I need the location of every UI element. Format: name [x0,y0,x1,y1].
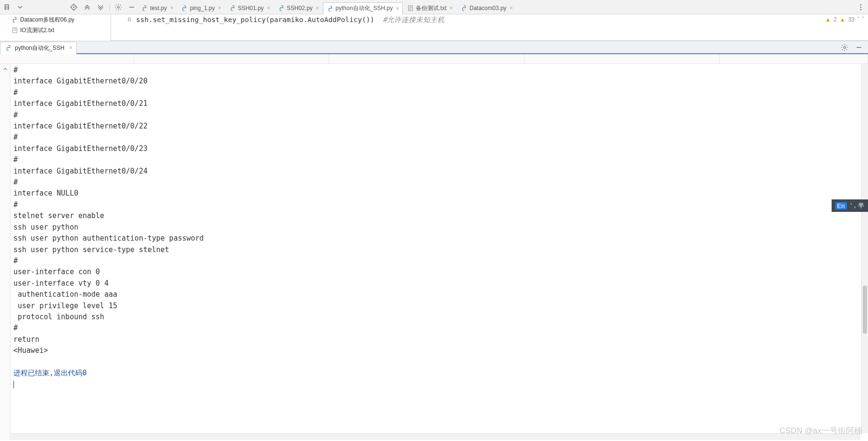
svg-point-12 [329,6,330,7]
project-file-label: Datacom多线程06.py [20,16,74,24]
gear-icon[interactable] [839,42,850,53]
target-icon[interactable] [69,2,79,12]
scrollbar-thumb[interactable] [863,286,867,334]
editor-tab-label: Datacom03.py [469,5,506,12]
editor-tab-label: python自动化_SSH.py [336,4,393,12]
editor-gutter: 6 [111,14,136,40]
close-icon[interactable]: × [69,45,72,51]
console-tab[interactable]: python自动化_SSH × [0,42,77,54]
project-file-label: IO流测试2.txt [20,26,54,35]
close-icon[interactable]: × [217,5,223,11]
more-icon[interactable] [856,2,866,12]
console-tab-label: python自动化_SSH [15,44,64,52]
text-file-icon [11,27,18,34]
python-file-icon [181,5,188,12]
inspections-widget[interactable]: ▲2 ▲33 ˆ ˇ [825,14,864,25]
close-icon[interactable]: × [169,5,174,11]
close-icon[interactable]: × [395,6,400,12]
svg-point-6 [117,6,119,8]
toolbar-right [856,2,868,12]
svg-point-21 [14,17,14,18]
editor-tab-label: SSH02.py [287,5,313,12]
editor-tab[interactable]: test.py× [137,2,177,14]
editor-tab-label: 备份测试.txt [416,4,446,12]
python-file-icon [229,5,236,12]
exit-message: 进程已结束,退出代码0 [13,369,87,377]
python-file-icon [141,5,148,12]
python-file-icon [11,16,18,23]
svg-point-10 [231,6,232,6]
toolbar-left: 目 | [0,2,137,12]
editor-tab[interactable]: ping_1.py× [177,2,225,14]
python-file-icon [461,5,468,12]
console-cells-row [0,54,868,64]
up-arrow-icon[interactable] [2,66,9,72]
code-line[interactable]: ssh.set_missing_host_key_policy(paramiko… [136,14,868,40]
text-file-icon [407,5,414,12]
warning-triangle-icon: ▲ [840,14,845,25]
warning-triangle-icon: ▲ [825,14,831,25]
python-file-icon [278,5,285,12]
horizontal-scrollbar[interactable] [11,433,860,440]
top-toolbar: 目 | test.py×ping_1.py×SSH01.py×SSH02.py×… [0,0,868,14]
close-icon[interactable]: × [448,5,454,11]
warn2-count: 33 [848,14,855,25]
ime-lang-badge: En [835,202,847,209]
console-gutter [0,64,11,440]
svg-point-17 [463,6,464,6]
python-file-icon [327,5,334,12]
svg-point-18 [860,4,862,5]
svg-point-26 [844,46,845,48]
python-file-icon [5,45,12,51]
editor-tab[interactable]: Datacom03.py× [457,2,516,14]
collapse-all-icon[interactable] [95,2,106,12]
editor-tab[interactable]: 备份测试.txt× [403,2,457,14]
svg-point-19 [860,6,862,8]
main-content-row: Datacom多线程06.pyIO流测试2.txt 6 ssh.set_miss… [0,14,868,41]
console-actions [839,42,868,53]
svg-point-1 [73,6,75,8]
ime-indicator[interactable]: En '，半 [832,199,868,212]
warn1-count: 2 [834,14,837,25]
editor-tab[interactable]: SSH02.py× [274,2,323,14]
svg-point-9 [183,6,184,6]
svg-point-25 [8,46,8,46]
editor-tab-label: ping_1.py [190,5,215,12]
ime-text: '，半 [851,201,864,210]
close-icon[interactable]: × [315,5,320,11]
gear-icon[interactable] [113,2,124,12]
expand-all-icon[interactable] [82,2,92,12]
caret [13,381,14,388]
editor-tab[interactable]: python自动化_SSH.py× [323,2,403,14]
minimize-icon[interactable] [854,42,864,53]
code-comment: #允许连接未知主机 [378,16,444,23]
dropdown-icon[interactable] [15,2,25,12]
console-body: # interface GigabitEthernet0/0/20 # inte… [0,64,868,440]
project-panel: Datacom多线程06.pyIO流测试2.txt [0,14,111,41]
editor-tab-label: test.py [150,5,167,12]
svg-point-20 [860,9,862,10]
close-icon[interactable]: × [266,5,272,11]
down-nav-icon[interactable]: ˇ [862,14,864,25]
editor-area[interactable]: 6 ssh.set_missing_host_key_policy(parami… [111,14,868,41]
editor-tab-label: SSH01.py [238,5,264,12]
editor-tabs: test.py×ping_1.py×SSH01.py×SSH02.py×pyth… [137,0,856,14]
editor-tab[interactable]: SSH01.py× [225,2,274,14]
watermark-text: CSDN @ax一号街阿楠 [779,425,862,436]
svg-point-8 [144,6,144,6]
close-icon[interactable]: × [508,5,514,11]
project-file-item[interactable]: Datacom多线程06.py [0,14,111,25]
minimize-icon[interactable] [126,2,137,12]
console-output[interactable]: # interface GigabitEthernet0/0/20 # inte… [11,64,868,393]
code-text: ssh.set_missing_host_key_policy(paramiko… [136,16,378,23]
project-file-item[interactable]: IO流测试2.txt [0,25,111,35]
vertical-scrollbar[interactable] [861,64,868,433]
svg-point-11 [280,6,281,6]
up-nav-icon[interactable]: ˆ [857,14,859,25]
console-text: # interface GigabitEthernet0/0/20 # inte… [13,66,204,355]
console-header: python自动化_SSH × [0,41,868,54]
project-view-label[interactable]: 目 [2,2,12,12]
